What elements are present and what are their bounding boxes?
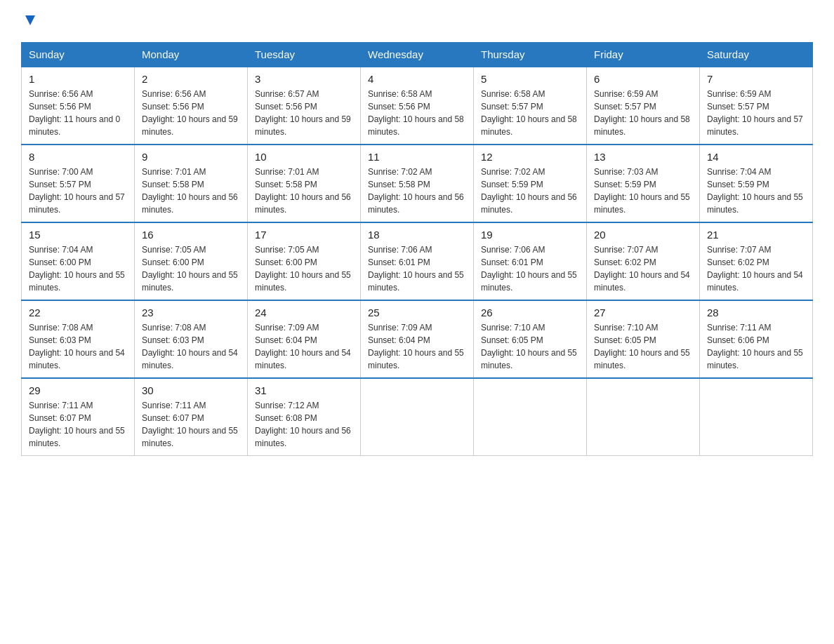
header-tuesday: Tuesday [248,43,361,67]
day-number: 13 [594,151,692,163]
day-number: 30 [142,384,240,396]
day-number: 8 [29,151,127,163]
calendar-cell [700,378,813,456]
day-info: Sunrise: 6:59 AMSunset: 5:57 PMDaylight:… [594,88,692,138]
calendar-cell: 25Sunrise: 7:09 AMSunset: 6:04 PMDayligh… [361,300,474,378]
logo-triangle-icon [22,13,38,28]
svg-marker-0 [25,15,35,25]
calendar-cell: 2Sunrise: 6:56 AMSunset: 5:56 PMDaylight… [135,67,248,145]
calendar-cell: 19Sunrise: 7:06 AMSunset: 6:01 PMDayligh… [474,222,587,300]
week-row-1: 1Sunrise: 6:56 AMSunset: 5:56 PMDaylight… [22,67,813,145]
day-info: Sunrise: 7:07 AMSunset: 6:02 PMDaylight:… [707,243,805,294]
day-number: 31 [255,384,353,396]
calendar-cell: 12Sunrise: 7:02 AMSunset: 5:59 PMDayligh… [474,145,587,222]
day-info: Sunrise: 7:11 AMSunset: 6:07 PMDaylight:… [29,399,127,450]
day-number: 1 [29,73,127,85]
day-number: 10 [255,151,353,163]
calendar-cell: 23Sunrise: 7:08 AMSunset: 6:03 PMDayligh… [135,300,248,378]
week-row-4: 22Sunrise: 7:08 AMSunset: 6:03 PMDayligh… [22,300,813,378]
day-info: Sunrise: 7:09 AMSunset: 6:04 PMDaylight:… [368,321,466,372]
calendar-cell: 5Sunrise: 6:58 AMSunset: 5:57 PMDaylight… [474,67,587,145]
day-info: Sunrise: 7:09 AMSunset: 6:04 PMDaylight:… [255,321,353,372]
calendar-cell: 15Sunrise: 7:04 AMSunset: 6:00 PMDayligh… [22,222,135,300]
day-info: Sunrise: 7:12 AMSunset: 6:08 PMDaylight:… [255,399,353,450]
calendar-table: SundayMondayTuesdayWednesdayThursdayFrid… [21,42,813,456]
day-info: Sunrise: 7:11 AMSunset: 6:06 PMDaylight:… [707,321,805,372]
day-info: Sunrise: 7:08 AMSunset: 6:03 PMDaylight:… [29,321,127,372]
day-info: Sunrise: 6:58 AMSunset: 5:56 PMDaylight:… [368,88,466,138]
calendar-cell: 7Sunrise: 6:59 AMSunset: 5:57 PMDaylight… [700,67,813,145]
day-number: 23 [142,307,240,318]
day-info: Sunrise: 6:56 AMSunset: 5:56 PMDaylight:… [29,88,127,138]
calendar-cell [361,378,474,456]
header-saturday: Saturday [700,43,813,67]
day-number: 3 [255,73,353,85]
day-number: 29 [29,384,127,396]
calendar-cell: 28Sunrise: 7:11 AMSunset: 6:06 PMDayligh… [700,300,813,378]
calendar-cell: 14Sunrise: 7:04 AMSunset: 5:59 PMDayligh… [700,145,813,222]
calendar-cell: 24Sunrise: 7:09 AMSunset: 6:04 PMDayligh… [248,300,361,378]
calendar-cell: 21Sunrise: 7:07 AMSunset: 6:02 PMDayligh… [700,222,813,300]
day-number: 24 [255,307,353,318]
calendar-cell: 27Sunrise: 7:10 AMSunset: 6:05 PMDayligh… [587,300,700,378]
day-number: 17 [255,229,353,241]
day-number: 16 [142,229,240,241]
calendar-cell: 3Sunrise: 6:57 AMSunset: 5:56 PMDaylight… [248,67,361,145]
day-number: 21 [707,229,805,241]
day-info: Sunrise: 7:11 AMSunset: 6:07 PMDaylight:… [142,399,240,450]
calendar-cell: 31Sunrise: 7:12 AMSunset: 6:08 PMDayligh… [248,378,361,456]
day-info: Sunrise: 6:58 AMSunset: 5:57 PMDaylight:… [481,88,579,138]
calendar-cell: 9Sunrise: 7:01 AMSunset: 5:58 PMDaylight… [135,145,248,222]
day-info: Sunrise: 7:06 AMSunset: 6:01 PMDaylight:… [368,243,466,294]
header-sunday: Sunday [22,43,135,67]
day-number: 2 [142,73,240,85]
day-number: 28 [707,307,805,318]
day-number: 6 [594,73,692,85]
day-info: Sunrise: 6:57 AMSunset: 5:56 PMDaylight:… [255,88,353,138]
day-info: Sunrise: 7:03 AMSunset: 5:59 PMDaylight:… [594,166,692,216]
day-info: Sunrise: 7:07 AMSunset: 6:02 PMDaylight:… [594,243,692,294]
day-info: Sunrise: 7:10 AMSunset: 6:05 PMDaylight:… [594,321,692,372]
header-friday: Friday [587,43,700,67]
calendar-cell: 29Sunrise: 7:11 AMSunset: 6:07 PMDayligh… [22,378,135,456]
calendar-cell: 20Sunrise: 7:07 AMSunset: 6:02 PMDayligh… [587,222,700,300]
calendar-cell: 10Sunrise: 7:01 AMSunset: 5:58 PMDayligh… [248,145,361,222]
week-row-2: 8Sunrise: 7:00 AMSunset: 5:57 PMDaylight… [22,145,813,222]
calendar-cell: 30Sunrise: 7:11 AMSunset: 6:07 PMDayligh… [135,378,248,456]
day-number: 26 [481,307,579,318]
calendar-cell: 6Sunrise: 6:59 AMSunset: 5:57 PMDaylight… [587,67,700,145]
day-info: Sunrise: 7:00 AMSunset: 5:57 PMDaylight:… [29,166,127,216]
calendar-cell: 1Sunrise: 6:56 AMSunset: 5:56 PMDaylight… [22,67,135,145]
day-number: 9 [142,151,240,163]
day-number: 19 [481,229,579,241]
day-number: 15 [29,229,127,241]
day-number: 12 [481,151,579,163]
day-info: Sunrise: 7:05 AMSunset: 6:00 PMDaylight:… [255,243,353,294]
day-number: 18 [368,229,466,241]
week-row-3: 15Sunrise: 7:04 AMSunset: 6:00 PMDayligh… [22,222,813,300]
header-wednesday: Wednesday [361,43,474,67]
header-thursday: Thursday [474,43,587,67]
calendar-cell [474,378,587,456]
day-info: Sunrise: 7:05 AMSunset: 6:00 PMDaylight:… [142,243,240,294]
day-info: Sunrise: 7:04 AMSunset: 5:59 PMDaylight:… [707,166,805,216]
day-number: 22 [29,307,127,318]
calendar-cell: 26Sunrise: 7:10 AMSunset: 6:05 PMDayligh… [474,300,587,378]
day-info: Sunrise: 7:04 AMSunset: 6:00 PMDaylight:… [29,243,127,294]
calendar-cell [587,378,700,456]
day-number: 14 [707,151,805,163]
calendar-cell: 13Sunrise: 7:03 AMSunset: 5:59 PMDayligh… [587,145,700,222]
calendar-cell: 17Sunrise: 7:05 AMSunset: 6:00 PMDayligh… [248,222,361,300]
header [21,14,813,28]
day-number: 25 [368,307,466,318]
week-row-5: 29Sunrise: 7:11 AMSunset: 6:07 PMDayligh… [22,378,813,456]
calendar-cell: 22Sunrise: 7:08 AMSunset: 6:03 PMDayligh… [22,300,135,378]
day-number: 27 [594,307,692,318]
calendar-cell: 18Sunrise: 7:06 AMSunset: 6:01 PMDayligh… [361,222,474,300]
calendar-cell: 11Sunrise: 7:02 AMSunset: 5:58 PMDayligh… [361,145,474,222]
day-info: Sunrise: 7:10 AMSunset: 6:05 PMDaylight:… [481,321,579,372]
day-info: Sunrise: 7:02 AMSunset: 5:59 PMDaylight:… [481,166,579,216]
calendar-cell: 16Sunrise: 7:05 AMSunset: 6:00 PMDayligh… [135,222,248,300]
day-info: Sunrise: 7:08 AMSunset: 6:03 PMDaylight:… [142,321,240,372]
calendar-cell: 4Sunrise: 6:58 AMSunset: 5:56 PMDaylight… [361,67,474,145]
